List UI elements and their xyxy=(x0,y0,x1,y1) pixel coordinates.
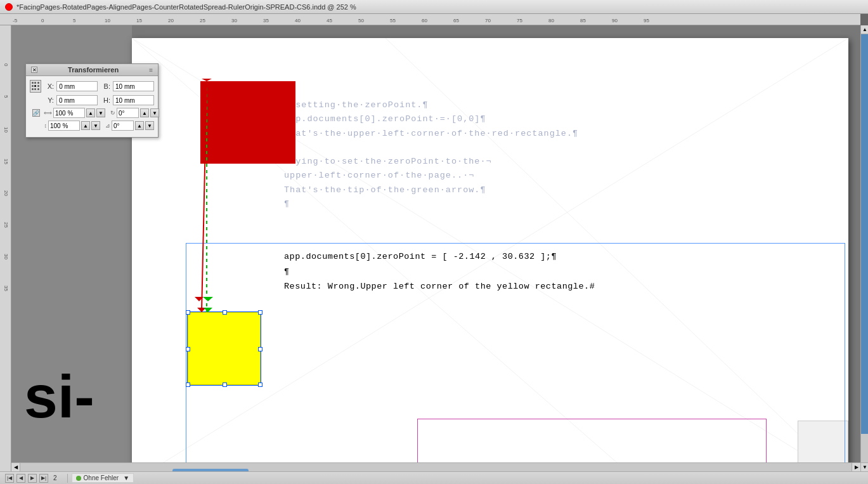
ruler-top: // Will be rendered via SVG inline -5 0 … xyxy=(0,14,860,25)
svg-text:0: 0 xyxy=(41,18,44,23)
svg-text:30: 30 xyxy=(231,18,237,23)
page-boundary xyxy=(417,419,766,419)
svg-text:20: 20 xyxy=(168,18,174,23)
scale-x-icon: ⟺ xyxy=(44,110,52,116)
svg-text:5: 5 xyxy=(73,18,76,23)
shear-group: ⊿ ▲ ▼ xyxy=(105,121,154,131)
x-input[interactable] xyxy=(56,81,98,91)
svg-text:85: 85 xyxy=(580,18,586,23)
scale-y-group: ↕ ▲ ▼ xyxy=(44,121,101,131)
h-label: H: xyxy=(100,96,110,104)
panel-title: Transformieren xyxy=(68,66,119,74)
scroll-left-button[interactable]: ◀ xyxy=(11,463,20,472)
svg-text:95: 95 xyxy=(644,18,649,23)
text-line-7: That's·the·tip·of·the·green·arrow.¶ xyxy=(284,183,578,197)
rotate-down[interactable]: ▼ xyxy=(150,108,159,117)
status-bar: |◀ ◀ ▶ ▶| 2 Ohne Fehler ▼ xyxy=(0,471,868,484)
yellow-rectangle-container[interactable] xyxy=(188,312,261,385)
rotate-up[interactable]: ▲ xyxy=(140,108,149,117)
shear-up[interactable]: ▲ xyxy=(135,121,144,130)
svg-text:0: 0 xyxy=(3,63,9,67)
shear-down[interactable]: ▼ xyxy=(145,121,154,130)
handle-tr[interactable] xyxy=(258,310,262,315)
svg-rect-0 xyxy=(0,14,860,25)
text-line-2: app.documents[0].zeroPoint·=·[0,0]¶ xyxy=(284,112,578,126)
handle-bl[interactable] xyxy=(186,383,190,387)
window-title: *FacingPages-RotatedPages-AlignedPages-C… xyxy=(16,3,356,11)
y-input[interactable] xyxy=(56,95,98,105)
text-line-3: That's·the·upper·left·corner·of·the·red·… xyxy=(284,127,578,141)
svg-text:35: 35 xyxy=(3,285,9,291)
scale-x-up[interactable]: ▲ xyxy=(86,108,95,117)
code-line-1: app.documents[0].zeroPoint = [ -2.142 , … xyxy=(284,249,595,265)
scroll-thumb[interactable] xyxy=(861,34,868,434)
prev-page-button[interactable]: ◀ xyxy=(16,474,25,483)
scroll-up-button[interactable]: ▲ xyxy=(861,25,868,34)
scale-x-down[interactable]: ▼ xyxy=(96,108,105,117)
handle-mr[interactable] xyxy=(258,347,262,351)
large-text-content: si- xyxy=(24,363,94,430)
status-dot xyxy=(76,476,81,481)
svg-text:15: 15 xyxy=(136,18,142,23)
shear-icon: ⊿ xyxy=(105,122,110,129)
panel-row-4: ↕ ▲ ▼ ⊿ ▲ ▼ xyxy=(30,121,154,131)
scale-y-icon: ↕ xyxy=(44,122,48,129)
svg-text:5: 5 xyxy=(3,95,9,98)
text-line-4: ¶ xyxy=(284,141,578,155)
scale-x-input[interactable] xyxy=(53,108,85,118)
b-input[interactable] xyxy=(113,81,154,91)
panel-row-3: 🔗 ⟺ ▲ ▼ ↻ ▲ ▼ xyxy=(30,108,154,118)
svg-text:65: 65 xyxy=(453,18,459,23)
panel-close-button[interactable]: ✕ xyxy=(31,67,37,73)
yellow-rectangle[interactable] xyxy=(188,312,261,385)
chain-icon-container: 🔗 xyxy=(32,109,40,117)
next-page-button[interactable]: ▶ xyxy=(28,474,37,483)
grid-dot-9 xyxy=(37,88,39,90)
chain-icon[interactable]: 🔗 xyxy=(32,109,40,117)
svg-text:15: 15 xyxy=(3,159,9,164)
svg-text:55: 55 xyxy=(390,18,396,23)
grid-dot-6 xyxy=(37,85,39,87)
scroll-down-button[interactable]: ▼ xyxy=(861,462,868,471)
separator xyxy=(67,474,68,483)
grid-dot-7 xyxy=(32,88,34,90)
panel-body: X: B: Y: H: 🔗 ⟺ ▲ ▼ xyxy=(26,76,158,137)
x-label: X: xyxy=(44,82,54,90)
grid-dot-1 xyxy=(32,82,34,84)
text-line-1: Resetting·the·zeroPoint.¶ xyxy=(284,98,578,112)
scrollbar-right[interactable]: ▲ ▼ xyxy=(860,25,868,471)
svg-text:35: 35 xyxy=(263,18,269,23)
titlebar: *FacingPages-RotatedPages-AlignedPages-C… xyxy=(0,0,868,14)
svg-text:45: 45 xyxy=(327,18,332,23)
svg-text:50: 50 xyxy=(358,18,364,23)
dropdown-arrow: ▼ xyxy=(123,474,129,481)
shear-input[interactable] xyxy=(112,121,134,131)
first-page-button[interactable]: |◀ xyxy=(5,474,14,483)
grid-dot-4 xyxy=(32,85,34,87)
handle-tc[interactable] xyxy=(223,310,227,315)
h-input[interactable] xyxy=(113,95,154,105)
scrollbar-bottom[interactable]: ◀ ▶ xyxy=(11,462,860,471)
b-label: B: xyxy=(100,82,110,90)
position-grid[interactable] xyxy=(30,80,41,93)
handle-ml[interactable] xyxy=(186,347,190,351)
error-indicator[interactable]: Ohne Fehler ▼ xyxy=(72,473,134,483)
close-button[interactable] xyxy=(5,3,13,11)
panel-expand-icon[interactable]: ≡ xyxy=(149,67,153,74)
scale-y-input[interactable] xyxy=(48,121,80,131)
scale-y-up[interactable]: ▲ xyxy=(81,121,90,130)
page-navigation: |◀ ◀ ▶ ▶| 2 xyxy=(5,474,57,483)
scale-x-group: ⟺ ▲ ▼ xyxy=(44,108,105,118)
handle-tl[interactable] xyxy=(186,310,190,315)
handle-br[interactable] xyxy=(258,383,262,387)
svg-text:25: 25 xyxy=(3,222,9,228)
text-line-6: upper·left·corner·of·the·page..·¬ xyxy=(284,169,578,183)
scale-y-down[interactable]: ▼ xyxy=(91,121,100,130)
last-page-button[interactable]: ▶| xyxy=(39,474,48,483)
rotate-input[interactable] xyxy=(117,108,139,118)
svg-text:90: 90 xyxy=(612,18,618,23)
large-background-text: si- xyxy=(24,362,94,431)
handle-bc[interactable] xyxy=(223,383,227,387)
scroll-right-button[interactable]: ▶ xyxy=(852,463,860,472)
result-line: Result: Wrong.Upper left corner of the y… xyxy=(284,279,595,294)
